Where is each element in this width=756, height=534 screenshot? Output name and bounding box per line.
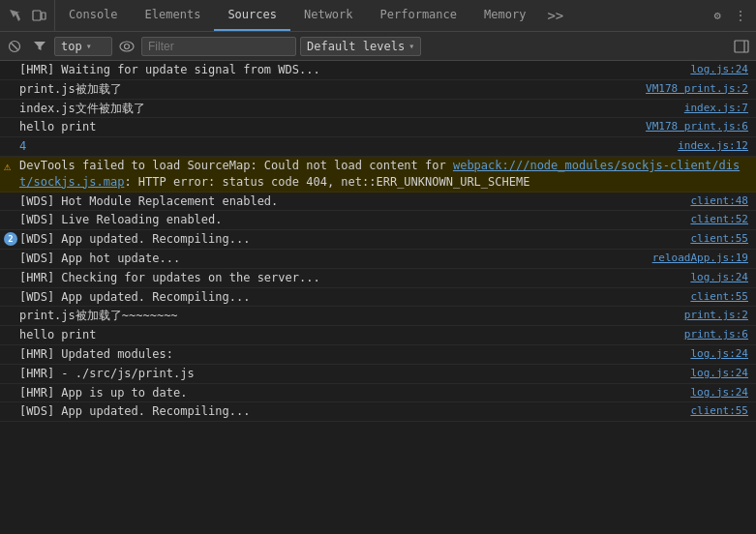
levels-arrow-icon: ▾	[408, 41, 414, 51]
log-source[interactable]: VM178 print.js:6	[646, 119, 748, 134]
log-line: print.js被加载了VM178 print.js:2	[0, 80, 756, 100]
log-message: [HMR] App is up to date.	[19, 385, 682, 401]
console-toolbar: top ▾ Default levels ▾	[0, 32, 756, 61]
sidebar-toggle-icon[interactable]	[731, 36, 752, 57]
filter-input[interactable]	[141, 37, 296, 56]
toolbar-icons-group	[0, 0, 55, 31]
toolbar-right-group: ⚙ ⋮	[708, 6, 756, 25]
tab-sources[interactable]: Sources	[214, 0, 290, 31]
levels-selector[interactable]: Default levels ▾	[300, 37, 421, 56]
clear-console-button[interactable]	[4, 36, 25, 57]
log-source[interactable]: log.js:24	[690, 366, 748, 380]
log-source[interactable]: print.js:2	[684, 308, 748, 322]
inspect-icon[interactable]	[6, 6, 25, 25]
log-source[interactable]: log.js:24	[690, 385, 748, 400]
log-line: [HMR] Checking for updates on the server…	[0, 269, 756, 288]
log-source[interactable]: index.js:12	[678, 138, 748, 153]
settings-icon[interactable]: ⚙	[708, 6, 727, 25]
log-line: [WDS] Hot Module Replacement enabled.cli…	[0, 193, 756, 212]
log-message: 4	[19, 138, 670, 155]
svg-rect-0	[33, 11, 41, 20]
log-message: [WDS] App hot update...	[19, 251, 645, 267]
log-message: print.js被加载了	[19, 81, 638, 98]
log-line: [HMR] App is up to date.log.js:24	[0, 384, 756, 403]
log-line: [WDS] App updated. Recompiling...client:…	[0, 402, 756, 422]
console-output: [HMR] Waiting for update signal from WDS…	[0, 61, 756, 534]
filter-icon[interactable]	[29, 36, 50, 57]
context-arrow-icon: ▾	[86, 41, 92, 51]
eye-icon[interactable]	[116, 36, 137, 57]
log-message: [HMR] - ./src/js/print.js	[19, 366, 682, 382]
log-message: [WDS] App updated. Recompiling...	[19, 231, 682, 248]
log-source[interactable]: client:48	[690, 193, 748, 208]
log-message: hello print	[19, 119, 638, 135]
svg-line-3	[12, 43, 18, 49]
log-line: [WDS] App hot update...reloadApp.js:19	[0, 250, 756, 269]
log-message: [WDS] App updated. Recompiling...	[19, 403, 682, 420]
svg-rect-6	[735, 41, 748, 52]
warning-icon: ⚠	[4, 159, 11, 175]
log-line: [HMR] - ./src/js/print.jslog.js:24	[0, 365, 756, 384]
svg-rect-1	[42, 13, 45, 19]
log-source[interactable]: client:55	[690, 231, 748, 246]
log-source[interactable]: reloadApp.js:19	[652, 251, 748, 265]
log-message: print.js被加载了~~~~~~~~	[19, 308, 677, 324]
log-source[interactable]: client:52	[690, 212, 748, 226]
log-message: [HMR] Checking for updates on the server…	[19, 270, 682, 286]
log-line: [HMR] Waiting for update signal from WDS…	[0, 61, 756, 80]
more-options-icon[interactable]: ⋮	[731, 6, 750, 25]
log-source[interactable]: log.js:24	[690, 270, 748, 284]
log-line: hello printprint.js:6	[0, 326, 756, 345]
log-message: [WDS] Hot Module Replacement enabled.	[19, 193, 682, 210]
svg-point-5	[125, 44, 130, 48]
log-line: print.js被加载了~~~~~~~~print.js:2	[0, 307, 756, 326]
log-message: [HMR] Waiting for update signal from WDS…	[19, 62, 682, 78]
log-source[interactable]: VM178 print.js:2	[646, 81, 748, 96]
log-source[interactable]: index.js:7	[684, 101, 748, 115]
log-line: ⚠DevTools failed to load SourceMap: Coul…	[0, 157, 756, 193]
log-line: [WDS] Live Reloading enabled.client:52	[0, 211, 756, 230]
log-source[interactable]: client:55	[690, 289, 748, 304]
log-line: 4index.js:12	[0, 137, 756, 157]
main-tabs: Console Elements Sources Network Perform…	[55, 0, 571, 31]
tab-elements[interactable]: Elements	[132, 0, 215, 31]
tab-network[interactable]: Network	[290, 0, 367, 31]
log-message: hello print	[19, 327, 677, 343]
log-line: [HMR] Updated modules:log.js:24	[0, 345, 756, 365]
log-source[interactable]: client:55	[690, 403, 748, 418]
log-line: hello printVM178 print.js:6	[0, 118, 756, 137]
tabs-toolbar: Console Elements Sources Network Perform…	[0, 0, 756, 32]
log-source[interactable]: log.js:24	[690, 346, 748, 361]
log-message: [HMR] Updated modules:	[19, 346, 682, 363]
tab-memory[interactable]: Memory	[470, 0, 539, 31]
svg-point-4	[120, 42, 134, 51]
log-line: index.js文件被加载了index.js:7	[0, 100, 756, 119]
log-source[interactable]: print.js:6	[684, 327, 748, 341]
devtools-window: Console Elements Sources Network Perform…	[0, 0, 756, 534]
device-toggle-icon[interactable]	[29, 6, 48, 25]
log-source[interactable]: log.js:24	[690, 62, 748, 76]
log-message: DevTools failed to load SourceMap: Could…	[19, 158, 748, 191]
more-tabs-button[interactable]: >>	[539, 0, 571, 31]
log-line: 2[WDS] App updated. Recompiling...client…	[0, 230, 756, 250]
tab-performance[interactable]: Performance	[367, 0, 470, 31]
tab-console[interactable]: Console	[55, 0, 132, 31]
log-message: [WDS] App updated. Recompiling...	[19, 289, 682, 306]
log-message: [WDS] Live Reloading enabled.	[19, 212, 682, 228]
context-selector[interactable]: top ▾	[54, 37, 112, 56]
log-line: [WDS] App updated. Recompiling...client:…	[0, 288, 756, 308]
log-message: index.js文件被加载了	[19, 101, 677, 117]
count-badge: 2	[4, 232, 17, 246]
source-map-link[interactable]: webpack:///node_modules/sockjs-client/di…	[19, 159, 740, 189]
